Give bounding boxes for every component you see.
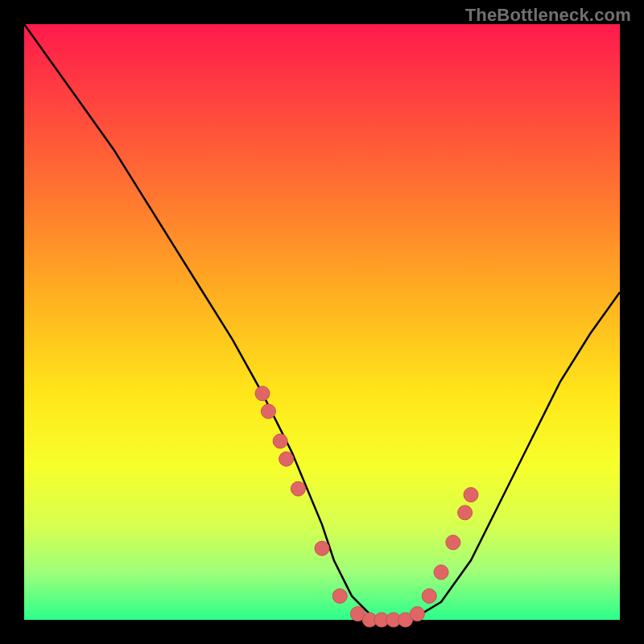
curve-marker (273, 434, 287, 448)
watermark-text: TheBottleneck.com (465, 5, 631, 26)
bottleneck-curve (24, 24, 620, 620)
curve-marker (434, 565, 448, 580)
curve-marker (422, 588, 436, 603)
curve-marker (279, 452, 294, 466)
curve-marker (261, 404, 275, 419)
curve-marker (332, 588, 347, 603)
chart-svg (24, 24, 620, 620)
curve-marker (458, 506, 473, 520)
chart-frame: TheBottleneck.com (0, 0, 644, 644)
curve-marker (446, 535, 460, 550)
curve-marker (464, 488, 478, 502)
curve-marker (410, 607, 424, 621)
plot-area (24, 24, 620, 620)
curve-markers (255, 386, 478, 627)
curve-marker (255, 386, 270, 401)
curve-marker (291, 481, 305, 496)
curve-marker (315, 541, 329, 555)
